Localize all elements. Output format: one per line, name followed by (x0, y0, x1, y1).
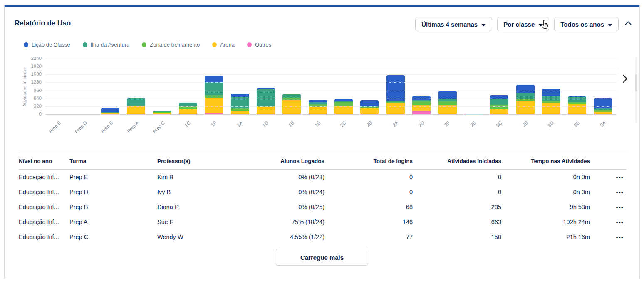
page-title: Relatório de Uso (15, 19, 71, 27)
legend-label: Arena (220, 42, 235, 48)
bar-Prep C[interactable] (153, 111, 171, 114)
column-header-turma: Turma (69, 158, 157, 164)
bar-segment (334, 102, 353, 106)
x-axis-label: 2F (434, 116, 460, 141)
chart-plot (45, 59, 616, 114)
chart-legend: Lição de ClasseIlha da AventuraZona de t… (24, 42, 271, 48)
bar-segment (282, 100, 301, 114)
bar-1A[interactable] (231, 94, 249, 114)
bar-1F[interactable] (205, 76, 223, 114)
x-axis-label: 2E (461, 116, 486, 141)
bar-segment (257, 107, 275, 114)
cell-nivel: Educação Inf... (19, 204, 69, 210)
year-dropdown[interactable]: Todos os anos (554, 17, 619, 31)
bar-2F[interactable] (438, 91, 457, 114)
table-row: Educação Inf...Prep BDiana P0% (0/25)682… (19, 200, 626, 214)
gridline (45, 91, 616, 91)
cell-nivel: Educação Inf... (19, 189, 69, 195)
filter-bar: Últimas 4 semanas Por classe Todos os an… (415, 17, 619, 31)
bar-segment (438, 91, 457, 99)
cell-tempo: 9h 53m (501, 204, 590, 210)
row-actions-ellipsis-icon[interactable]: ••• (590, 189, 626, 195)
cell-professor: Wendy W (157, 234, 268, 240)
column-header-professor: Professor(a) (157, 158, 268, 164)
bar-3B[interactable] (516, 85, 535, 114)
x-axis-label: 3B (512, 116, 538, 141)
cell-turma: Prep D (69, 189, 157, 195)
chevron-down-icon (538, 21, 543, 28)
y-tick-label: 960 (34, 88, 42, 93)
usage-report-card: Relatório de Uso Últimas 4 semanas Por c… (4, 5, 640, 279)
table-row: Educação Inf...Prep CWendy W4.55% (1/22)… (19, 229, 626, 244)
cell-atividades_iniciadas: 0 (413, 174, 501, 180)
cell-turma: Prep C (69, 234, 157, 240)
cell-nivel: Educação Inf... (19, 174, 69, 180)
legend-dot-icon (212, 42, 217, 47)
y-tick-label: 1280 (31, 79, 42, 84)
chart-next-button[interactable] (622, 74, 628, 84)
chart-scrollbar[interactable] (635, 57, 637, 123)
cell-alunos_logados: 0% (0/25) (268, 204, 324, 210)
chevron-down-icon (608, 21, 612, 28)
bar-2A[interactable] (386, 75, 405, 114)
cell-atividades_iniciadas: 235 (413, 204, 501, 210)
bar-1B[interactable] (282, 94, 301, 114)
bar-segment (412, 111, 431, 114)
bar-segment (127, 106, 145, 114)
gridline (45, 82, 616, 83)
bar-1D[interactable] (257, 88, 275, 114)
x-axis-label: 2C (331, 116, 357, 141)
gridline (45, 99, 616, 99)
usage-table: Nível no anoTurmaProfessor(a)Alunos Loga… (19, 153, 626, 244)
x-axis-label: 3E (564, 116, 590, 141)
x-axis-label: 1C (175, 116, 201, 141)
bar-1E[interactable] (309, 100, 327, 114)
cell-total_logins: 0 (324, 189, 413, 195)
y-tick-label: 320 (34, 104, 42, 108)
collapse-panel-button[interactable] (624, 20, 632, 27)
table-body: Educação Inf...Prep EKim B0% (0/23)000h … (19, 170, 626, 244)
period-dropdown-label: Últimas 4 semanas (421, 21, 478, 28)
period-dropdown[interactable]: Últimas 4 semanas (415, 17, 492, 31)
cell-tempo: 21h 16m (501, 234, 590, 240)
bar-3D[interactable] (542, 89, 560, 114)
row-actions-ellipsis-icon[interactable]: ••• (590, 219, 626, 225)
column-header-total_logins: Total de logins (324, 158, 413, 164)
cell-turma: Prep E (69, 174, 157, 180)
bar-segment (516, 101, 535, 114)
bar-2B[interactable] (360, 100, 379, 114)
scrollbar-thumb[interactable] (635, 74, 637, 91)
legend-label: Lição de Classe (32, 42, 70, 48)
gridline (45, 106, 616, 107)
y-tick-label: 0 (39, 111, 42, 116)
gridline (45, 59, 616, 59)
cell-total_logins: 146 (324, 219, 413, 225)
bar-segment (568, 97, 586, 102)
cell-alunos_logados: 75% (18/24) (268, 219, 324, 225)
bar-1C[interactable] (179, 103, 197, 115)
load-more-button[interactable]: Carregue mais (276, 249, 368, 266)
bar-3E[interactable] (568, 96, 586, 114)
x-axis-label: 2B (357, 116, 382, 141)
bar-segment (490, 105, 508, 109)
bar-3C[interactable] (490, 95, 508, 114)
row-actions-ellipsis-icon[interactable]: ••• (590, 174, 626, 180)
bar-segment (594, 98, 612, 108)
column-header-alunos_logados: Alunos Logados (268, 158, 324, 164)
row-actions-ellipsis-icon[interactable]: ••• (590, 234, 626, 240)
x-axis-label: 1E (305, 116, 331, 141)
x-axis-label: 2D (409, 116, 434, 141)
cell-professor: Kim B (157, 174, 268, 180)
bar-segment (179, 109, 197, 114)
bar-Prep B[interactable] (101, 108, 119, 114)
row-actions-ellipsis-icon[interactable]: ••• (590, 204, 626, 210)
bar-segment (542, 103, 560, 114)
cell-atividades_iniciadas: 0 (413, 189, 501, 195)
group-by-dropdown[interactable]: Por classe (497, 17, 549, 31)
x-axis-label: 1A (227, 116, 253, 141)
cell-professor: Diana P (157, 204, 268, 210)
chevron-up-icon (624, 20, 632, 27)
x-axis-labels: Prep EPrep DPrep BPrep APrep C1C1F1A1D1B… (45, 116, 616, 141)
x-axis-label: 3A (590, 116, 616, 141)
table-row: Educação Inf...Prep DIvy B0% (0/24)000h … (19, 185, 626, 200)
